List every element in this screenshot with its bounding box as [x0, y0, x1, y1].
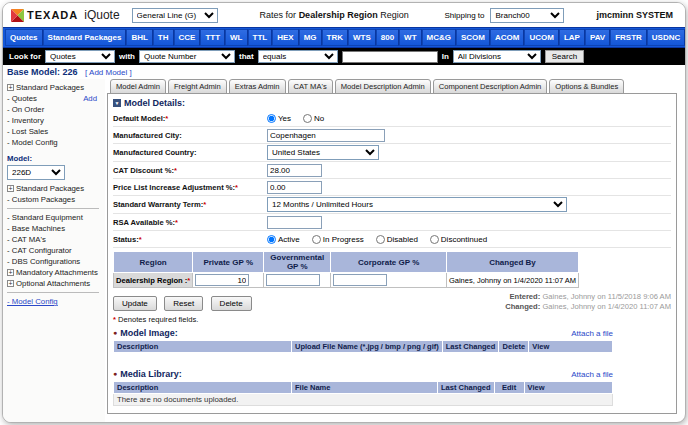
search-field-select[interactable]: Quote Number	[139, 50, 235, 63]
nav-button[interactable]: MG	[299, 29, 322, 46]
nav-button[interactable]: 800	[376, 29, 399, 46]
sidebar-item-optional-attachments[interactable]: + Optional Attachments	[7, 278, 103, 289]
delete-button[interactable]: Delete	[211, 296, 252, 311]
corporate-gp-input[interactable]	[333, 274, 387, 286]
nav-button[interactable]: Quotes	[5, 29, 43, 46]
status-disabled-radio[interactable]	[376, 235, 385, 244]
sidebar-item-custom-packages[interactable]: - Custom Packages	[7, 194, 103, 205]
nav-button[interactable]: TRK	[322, 29, 348, 46]
nav-button[interactable]: TH	[153, 29, 174, 46]
governmental-gp-input[interactable]	[266, 274, 320, 286]
cat-discount-input[interactable]	[267, 164, 322, 177]
column-header: Private GP %	[193, 252, 264, 273]
division-select[interactable]: All Divisions	[453, 50, 541, 63]
tab[interactable]: Model Admin	[110, 79, 166, 94]
tab[interactable]: Extras Admin	[229, 79, 286, 94]
expand-icon[interactable]: +	[7, 280, 14, 287]
expand-icon[interactable]: +	[7, 84, 14, 91]
rsa-input[interactable]	[267, 216, 322, 229]
expand-icon[interactable]: +	[7, 269, 14, 276]
nav-button[interactable]: CCE	[174, 29, 201, 46]
collapse-icon[interactable]: ▼	[113, 99, 121, 107]
nav-button[interactable]: USDNC	[647, 29, 685, 46]
nav-button[interactable]: FRSTR	[610, 29, 647, 46]
model-image-title: Model Image:	[120, 328, 178, 338]
update-button[interactable]: Update	[113, 296, 157, 311]
line-select[interactable]: General Line (G)	[132, 8, 218, 23]
nav-button[interactable]: SCOM	[456, 29, 490, 46]
nav-button[interactable]: TTT	[200, 29, 225, 46]
media-library-attach-link[interactable]: Attach a file	[571, 370, 613, 379]
nav-button[interactable]: MC&G	[422, 29, 456, 46]
audit-info: Entered: Gaines, Johnny on 11/5/2018 9:0…	[505, 292, 671, 312]
default-model-no-radio[interactable]	[303, 114, 312, 123]
tab[interactable]: CAT MA's	[288, 79, 333, 94]
tab[interactable]: Options & Bundles	[549, 79, 624, 94]
model-image-table: DescriptionUpload File Name (*.jpg / bmp…	[113, 340, 613, 353]
private-gp-cell	[193, 273, 264, 288]
nav-button[interactable]: BHL	[126, 29, 152, 46]
sidebar-item-quotes[interactable]: - Quotes Add	[7, 93, 103, 104]
status-disabled-option[interactable]: Disabled	[376, 235, 418, 244]
tab[interactable]: Freight Admin	[168, 79, 227, 94]
nav-button[interactable]: WT	[399, 29, 421, 46]
default-model-no-option[interactable]: No	[303, 114, 324, 123]
column-header: Upload File Name (*.jpg / bmp / png / gi…	[292, 341, 443, 353]
price-adjustment-input[interactable]	[267, 181, 322, 194]
search-button[interactable]: Search	[545, 50, 584, 63]
model-image-attach-link[interactable]: Attach a file	[571, 329, 613, 338]
default-model-yes-option[interactable]: Yes	[267, 114, 291, 123]
sidebar-item-cat-configurator[interactable]: - CAT Configurator	[7, 245, 103, 256]
status-row: Status:* Active In Progress Disabled Dis…	[113, 231, 671, 248]
nav-button[interactable]: LAP	[559, 29, 585, 46]
cat-discount-row: CAT Discount %:*	[113, 162, 671, 179]
private-gp-input[interactable]	[195, 274, 249, 286]
field-label: Manufactured City:	[113, 131, 267, 140]
status-active-radio[interactable]	[267, 235, 276, 244]
manufactured-city-input[interactable]	[267, 129, 385, 142]
model-select[interactable]: 226D	[7, 165, 65, 180]
sidebar-item-base-machines[interactable]: - Base Machines	[7, 223, 103, 234]
manufactured-country-select[interactable]: United States	[267, 145, 379, 160]
default-model-yes-radio[interactable]	[267, 114, 276, 123]
model-config-link[interactable]: - Model Config	[7, 296, 58, 307]
sidebar-item-standard-equipment[interactable]: - Standard Equipment	[7, 212, 103, 223]
sidebar-item-standard-packages-2[interactable]: + Standard Packages	[7, 183, 103, 194]
nav-button[interactable]: ACOM	[490, 29, 524, 46]
sidebar-item-model-config-link[interactable]: - Model Config	[7, 296, 103, 307]
nav-button[interactable]: WTS	[348, 29, 376, 46]
sidebar-item-model-config[interactable]: - Model Config	[7, 137, 103, 148]
sidebar-item-mandatory-attachments[interactable]: + Mandatory Attachments	[7, 267, 103, 278]
sidebar-item-cat-mas[interactable]: - CAT MA's	[7, 234, 103, 245]
nav-button[interactable]: UCOM	[524, 29, 558, 46]
nav-button[interactable]: HEX	[272, 29, 298, 46]
search-input[interactable]	[342, 51, 438, 63]
nav-button[interactable]: WL	[225, 29, 247, 46]
search-category-select[interactable]: Quotes	[45, 50, 115, 63]
nav-button[interactable]: TTL	[248, 29, 273, 46]
status-in-progress-radio[interactable]	[312, 235, 321, 244]
sidebar-item-on-order[interactable]: - On Order	[7, 104, 103, 115]
sidebar-item-lost-sales[interactable]: - Lost Sales	[7, 126, 103, 137]
nav-button[interactable]: Standard Packages	[43, 29, 127, 46]
expand-icon[interactable]: +	[7, 185, 14, 192]
status-discontinued-option[interactable]: Discontinued	[430, 235, 487, 244]
sidebar-item-inventory[interactable]: - Inventory	[7, 115, 103, 126]
add-model-link[interactable]: [ Add Model ]	[85, 68, 132, 77]
tab[interactable]: Model Description Admin	[335, 79, 431, 94]
status-active-option[interactable]: Active	[267, 235, 300, 244]
status-in-progress-option[interactable]: In Progress	[312, 235, 364, 244]
nav-button[interactable]: PAV	[585, 29, 610, 46]
search-operator-select[interactable]: equals	[258, 50, 338, 63]
warranty-select[interactable]: 12 Months / Unlimited Hours	[267, 197, 567, 212]
sidebar-item-standard-packages[interactable]: + Standard Packages	[7, 82, 103, 93]
quotes-add-link[interactable]: Add	[83, 93, 97, 104]
tab[interactable]: Component Description Admin	[433, 79, 548, 94]
default-model-row: Default Model:* Yes No	[113, 110, 671, 127]
shipping-select[interactable]: Branch00	[490, 8, 564, 23]
status-discontinued-radio[interactable]	[430, 235, 439, 244]
nav-button[interactable]: NONCU	[685, 29, 686, 46]
user-name: jmcminn SYSTEM	[596, 10, 673, 20]
sidebar-item-dbs-configurations[interactable]: - DBS Configurations	[7, 256, 103, 267]
reset-button[interactable]: Reset	[164, 296, 203, 311]
